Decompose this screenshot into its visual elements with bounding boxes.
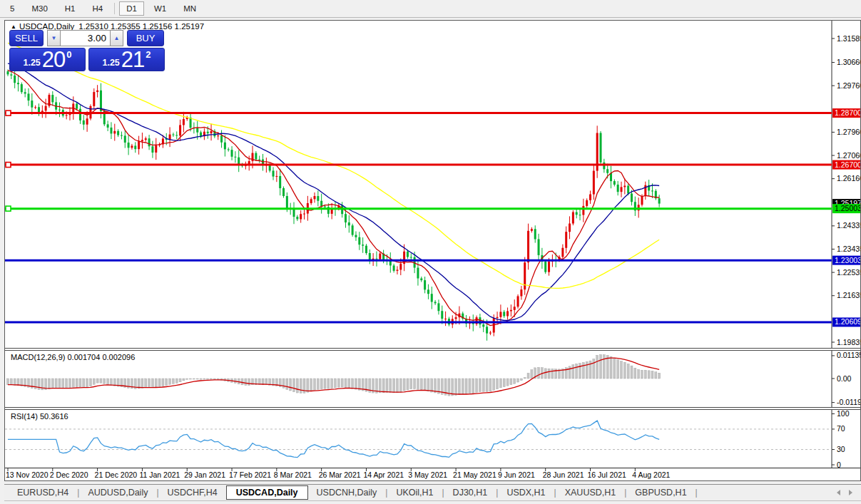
chart-tab-audusd[interactable]: AUDUSD,Daily	[79, 486, 156, 499]
timeframe-button-mn[interactable]: MN	[176, 1, 203, 16]
volume-decrease-button[interactable]: ▼	[47, 30, 61, 46]
time-axis-labels: 13 Nov 20202 Dec 202021 Dec 202011 Jan 2…	[5, 468, 860, 480]
svg-text:28 Jun 2021: 28 Jun 2021	[543, 470, 584, 479]
timeframe-button-h4[interactable]: H4	[85, 1, 110, 16]
svg-text:9 Jun 2021: 9 Jun 2021	[498, 470, 535, 479]
chart-tab-usdchf[interactable]: USDCHF,H4	[159, 486, 226, 499]
svg-text:70: 70	[837, 424, 845, 433]
svg-text:1.27060: 1.27060	[837, 151, 860, 160]
svg-text:1.22535: 1.22535	[837, 268, 860, 277]
tab-scroll-right-icon[interactable]	[849, 490, 855, 495]
volume-stepper: ▼ 3.00 ▲	[47, 30, 123, 46]
svg-text:1.28700: 1.28700	[835, 108, 860, 117]
svg-text:2 Dec 2020: 2 Dec 2020	[50, 470, 88, 479]
svg-text:8 Mar 2021: 8 Mar 2021	[274, 470, 312, 479]
svg-text:21 Dec 2020: 21 Dec 2020	[95, 470, 138, 479]
chart-tab-usdx[interactable]: USDX,H1	[498, 486, 554, 499]
volume-input[interactable]: 3.00	[61, 30, 110, 46]
svg-text:1.29760: 1.29760	[837, 81, 860, 90]
svg-text:0: 0	[837, 461, 841, 468]
macd-label: MACD(12,26,9) 0.001704 0.002096	[11, 353, 135, 361]
svg-text:1.25003: 1.25003	[835, 204, 860, 212]
svg-text:0.00: 0.00	[837, 374, 852, 383]
ask-price-big: 21	[121, 49, 144, 71]
svg-text:100: 100	[837, 410, 850, 418]
svg-text:-0.01190: -0.01190	[837, 398, 860, 406]
svg-text:4 Aug 2021: 4 Aug 2021	[632, 470, 670, 479]
tab-scroll-arrows	[834, 490, 855, 495]
svg-text:1.24335: 1.24335	[837, 221, 860, 230]
svg-text:1.21635: 1.21635	[837, 291, 860, 299]
svg-text:1.26160: 1.26160	[837, 174, 860, 182]
svg-text:1.27960: 1.27960	[837, 128, 860, 136]
toolbar-divider	[114, 3, 115, 14]
timeframe-button-w1[interactable]: W1	[147, 1, 173, 16]
bid-price-prefix: 1.25	[23, 58, 40, 68]
bid-price-box[interactable]: 1.25 20 0	[9, 48, 86, 71]
svg-text:21 May 2021: 21 May 2021	[453, 470, 496, 479]
tab-separator: |	[696, 488, 698, 498]
timeframe-button-m30[interactable]: M30	[24, 1, 54, 16]
chart-tab-xauusd[interactable]: XAUUSD,H1	[556, 486, 625, 499]
one-click-trade-panel: SELL ▼ 3.00 ▲ BUY 1.25 20 0 1.25	[9, 30, 168, 71]
svg-text:1.23435: 1.23435	[837, 245, 860, 253]
svg-text:17 Feb 2021: 17 Feb 2021	[229, 470, 271, 479]
rsi-chart[interactable]: 10070300	[5, 410, 860, 468]
volume-increase-button[interactable]: ▲	[110, 30, 123, 46]
timeframe-toolbar: 5M30H1H4D1W1MN	[0, 0, 861, 18]
timeframe-button-d1[interactable]: D1	[119, 1, 144, 16]
timeframe-button-5[interactable]: 5	[3, 1, 21, 16]
chart-tab-usdcad[interactable]: USDCAD,Daily	[226, 485, 308, 500]
sell-button[interactable]: SELL	[9, 30, 44, 46]
chart-tab-gbpusd[interactable]: GBPUSD,H1	[626, 486, 695, 499]
ask-price-box[interactable]: 1.25 21 2	[88, 48, 165, 71]
chart-tab-dj30[interactable]: DJ30,H1	[444, 486, 496, 499]
buy-button[interactable]: BUY	[127, 30, 164, 46]
svg-text:1.30660: 1.30660	[837, 58, 860, 66]
svg-text:3 May 2021: 3 May 2021	[408, 470, 447, 479]
svg-text:26 Mar 2021: 26 Mar 2021	[319, 470, 361, 479]
svg-text:1.19835: 1.19835	[837, 338, 860, 346]
rsi-pane[interactable]: 10070300 RSI(14) 50.3616	[5, 410, 860, 468]
rsi-label: RSI(14) 50.3616	[11, 412, 68, 421]
svg-text:11 Jan 2021: 11 Jan 2021	[139, 470, 180, 479]
svg-text:0.01135: 0.01135	[837, 351, 860, 359]
collapse-icon[interactable]: ▲	[11, 24, 16, 30]
chart-tab-eurusd[interactable]: EURUSD,H4	[9, 486, 77, 499]
ask-price-prefix: 1.25	[102, 58, 119, 68]
svg-text:1.23003: 1.23003	[835, 256, 860, 264]
chart-window: 1.315851.306601.297601.279601.270601.261…	[4, 20, 861, 481]
timeframe-button-h1[interactable]: H1	[58, 1, 83, 16]
svg-text:29 Jan 2021: 29 Jan 2021	[184, 470, 225, 479]
trading-terminal: 5M30H1H4D1W1MN 1.315851.306601.297601.27…	[0, 0, 861, 504]
bid-price-pip: 0	[66, 49, 71, 60]
svg-text:16 Jul 2021: 16 Jul 2021	[588, 470, 626, 479]
bid-price-big: 20	[42, 49, 65, 71]
tab-scroll-left-icon[interactable]	[834, 490, 840, 495]
chart-tab-usdcnh[interactable]: USDCNH,Daily	[308, 486, 386, 499]
svg-text:1.31585: 1.31585	[837, 34, 860, 43]
time-axis[interactable]: 13 Nov 20202 Dec 202021 Dec 202011 Jan 2…	[5, 468, 860, 480]
chart-tab-bar: EURUSD,H4|AUDUSD,Daily|USDCHF,H4USDCAD,D…	[4, 484, 861, 501]
svg-text:1.26700: 1.26700	[835, 160, 860, 169]
svg-text:1.20609: 1.20609	[835, 317, 860, 326]
ask-price-pip: 2	[146, 49, 151, 60]
svg-text:13 Nov 2020: 13 Nov 2020	[6, 470, 49, 479]
svg-text:30: 30	[837, 445, 845, 453]
chart-tab-ukoil[interactable]: UKOil,H1	[387, 486, 442, 499]
macd-pane[interactable]: 0.011350.00-0.01190 MACD(12,26,9) 0.0017…	[5, 351, 860, 407]
main-chart-pane[interactable]: 1.315851.306601.297601.279601.270601.261…	[5, 21, 860, 348]
svg-text:14 Apr 2021: 14 Apr 2021	[363, 470, 404, 479]
